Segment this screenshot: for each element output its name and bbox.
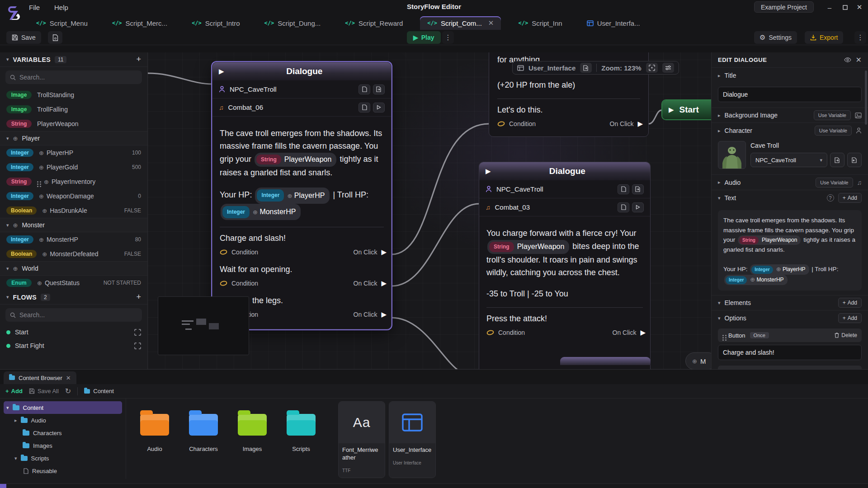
tree-item-audio[interactable]: ▸ Audio [12,414,122,427]
option-row-partial[interactable]: Button Once Delete [718,366,862,369]
add-option-button[interactable]: +Add [838,313,862,323]
title-section-header[interactable]: ▸ Title [712,68,868,83]
open-asset-button[interactable] [359,84,370,94]
dialogue-option[interactable]: Let's do this. Condition On Click ▶ [497,104,640,130]
breadcrumb[interactable]: Content [84,388,114,394]
tree-item-reusable[interactable]: Reusable [21,465,122,477]
open-asset-button[interactable] [618,184,629,194]
title-input[interactable] [718,87,862,102]
add-variable-button[interactable]: + [136,55,141,64]
add-content-button[interactable]: +Add [5,388,23,394]
audio-row[interactable]: ♫ Combat_03 [479,198,650,216]
open-character-button[interactable] [830,153,844,167]
variable-row[interactable]: Integer ⊕PlayerHP 100 [0,145,147,160]
variable-row[interactable]: Integer ⊕MonsterHP 80 [0,232,147,247]
tab-script-reward[interactable]: </>Script_Reward [338,16,410,30]
variables-search-input[interactable] [19,74,110,81]
tab-script-menu[interactable]: </>Script_Menu [29,16,95,30]
start-node[interactable]: ▶ Start [661,99,711,120]
variable-row[interactable]: Boolean ⊕MonsterDefeated FALSE [0,247,147,261]
background-image-section[interactable]: ▸ Background Image Use Variable [712,108,868,123]
character-row[interactable]: NPC_CaveTroll [479,180,650,198]
flow-item-start[interactable]: Start [0,325,147,339]
open-context-button[interactable] [580,63,592,73]
variable-chip[interactable]: StringPlayerWeapon [255,153,336,167]
project-badge[interactable]: Example Project [754,1,814,13]
content-card-font[interactable]: Aa Font_Merriweather TTF [338,401,385,478]
variables-section-header[interactable]: ▾ VARIABLES 11 + [0,52,147,67]
locate-flow-icon[interactable] [134,329,141,336]
canvas-settings-button[interactable] [662,63,674,73]
audio-section[interactable]: ▸ Audio Use Variable ♫ [712,175,868,190]
once-badge[interactable]: Once [750,332,769,338]
use-variable-button[interactable]: Use Variable [814,110,851,120]
toolbar-overflow-menu[interactable]: ⋮ [854,31,866,44]
swap-asset-button[interactable] [632,184,644,194]
option-value-field[interactable] [723,349,857,356]
node-header[interactable]: ▶ Dialogue [212,62,391,80]
refresh-icon[interactable]: ↻ [65,387,71,395]
variable-row[interactable]: String ⊕PlayerInventory [0,174,147,189]
duplicate-character-button[interactable] [847,153,862,167]
elements-section-header[interactable]: ▾ Elements +Add [712,295,868,310]
output-port-icon[interactable]: ▶ [640,328,646,337]
tab-script-com-active[interactable]: </>Script_Com...✕ [420,16,501,30]
flows-search-input[interactable] [19,311,110,319]
add-flow-button[interactable]: + [136,292,141,302]
dialogue-option[interactable]: Wait for an opening. Condition On Click … [220,264,384,290]
swap-asset-button[interactable] [373,84,385,94]
preview-audio-button[interactable] [373,103,385,113]
variable-chip[interactable]: Integer⊕ MonsterHP [221,204,301,220]
tree-item-images[interactable]: Images [12,439,122,452]
preview-audio-button[interactable] [632,202,644,212]
title-input-field[interactable] [723,91,857,98]
fit-view-button[interactable] [646,63,658,73]
save-all-button[interactable]: Save All [29,388,59,394]
add-text-button[interactable]: +Add [838,193,862,203]
use-variable-button[interactable]: Use Variable [815,126,852,136]
panel-scrollbar[interactable] [865,70,867,125]
dialogue-node-1[interactable]: ▶ Dialogue NPC_CaveTroll ♫ Combat_06 [212,62,392,329]
content-tile-images[interactable]: Images [230,401,275,452]
locate-flow-icon[interactable] [134,343,141,349]
tree-item-content[interactable]: ▾ Content [4,401,122,414]
content-tile-audio[interactable]: Audio [132,401,177,452]
help-icon[interactable]: ? [827,194,834,202]
audio-row[interactable]: ♫ Combat_06 [212,99,391,117]
variable-row[interactable]: Image TrollFalling [0,102,147,117]
tree-item-scripts[interactable]: ▾ Scripts [12,452,122,465]
character-section[interactable]: ▸ Character Use Variable [712,123,868,138]
tab-script-inn[interactable]: </>Script_Inn [511,16,569,30]
flows-section-header[interactable]: ▾ FLOWS 2 + [0,290,147,305]
tab-close-icon[interactable]: ✕ [66,375,71,381]
dialogue-option[interactable]: Press the attack! Condition On Click ▶ [486,313,643,339]
add-element-button[interactable]: +Add [838,298,862,308]
minimize-button[interactable]: – [824,2,835,13]
output-port-icon[interactable]: ▶ [381,279,387,287]
close-button[interactable]: ✕ [854,2,865,13]
maximize-button[interactable] [839,2,851,13]
node-header[interactable]: ▶ Dialogue [479,162,650,180]
variable-group-monster[interactable]: ▾ ⊕ Monster [0,218,147,232]
settings-button[interactable]: ⚙ Settings [754,31,797,44]
script-file-button[interactable] [48,31,62,44]
play-options-menu[interactable]: ⋮ [442,31,454,44]
tab-close-icon[interactable]: ✕ [488,19,494,27]
variable-row[interactable]: Image TrollStanding [0,88,147,102]
variable-chip[interactable]: StringPlayerWeapon [487,240,569,254]
variable-chip[interactable]: Integer⊕ PlayerHP [255,188,330,204]
text-preview[interactable]: The cave troll emerges from the shadows.… [718,210,862,291]
variable-row[interactable]: Enum ⊕QuestStatus NOT STARTED [0,276,147,290]
flows-search[interactable] [5,308,142,322]
variable-row[interactable]: String PlayerWeapon [0,117,147,131]
character-thumbnail[interactable] [718,141,746,169]
output-port-icon[interactable]: ▶ [637,120,643,128]
play-button[interactable]: ▶ Play [407,31,441,44]
variable-group-player[interactable]: ▾ ⊕ Player [0,131,147,145]
tab-script-merc[interactable]: </>Script_Merc... [105,16,175,30]
tab-script-intro[interactable]: </>Script_Intro [184,16,247,30]
drag-handle-icon[interactable] [722,335,724,336]
node-graph-canvas[interactable]: for anything. (+20 HP from the ale) Let'… [148,52,711,369]
content-tile-characters[interactable]: Characters [181,401,226,452]
dialogue-node-2[interactable]: ▶ Dialogue NPC_CaveTroll ♫ Combat_03 [479,162,651,369]
